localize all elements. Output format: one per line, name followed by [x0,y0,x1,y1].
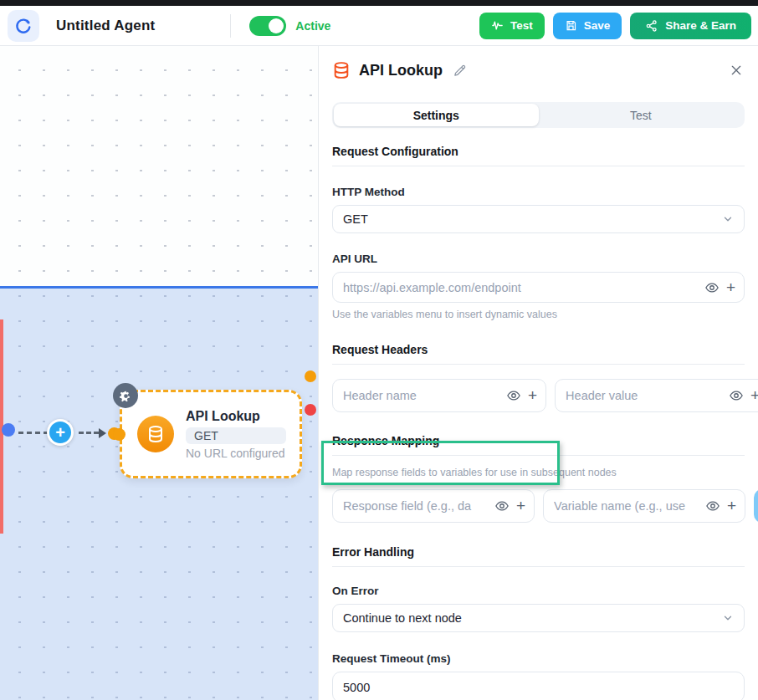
api-url-label: API URL [332,253,745,265]
request-timeout-input[interactable] [343,681,735,694]
save-button[interactable]: Save [553,13,622,39]
chevron-down-icon [722,213,734,225]
selection-overlay [0,286,318,700]
test-button-label: Test [510,19,533,32]
tab-test[interactable]: Test [539,104,744,126]
header-value-field: + [555,379,758,412]
node-settings-gear-button[interactable] [113,383,138,408]
api-lookup-node[interactable]: API Lookup GET No URL configured [120,390,302,478]
node-method-badge: GET [186,427,286,444]
api-url-field: + [332,272,745,303]
header-value-input[interactable] [566,389,722,402]
node-title: API Lookup [186,409,286,424]
connector-dashed-line [18,432,49,434]
node-left-port[interactable] [113,428,125,441]
share-icon [645,19,658,33]
node-output-port-error[interactable] [305,404,316,416]
node-status-text: No URL configured [186,447,286,460]
node-output-port-success[interactable] [305,370,316,382]
test-button[interactable]: Test [479,13,545,39]
save-button-label: Save [584,19,611,32]
request-timeout-field [332,672,745,700]
header-row: + + + [332,379,745,412]
save-icon [565,19,577,32]
header-name-field: + [332,379,546,412]
on-error-select[interactable]: Continue to next node [332,604,745,632]
response-mapping-helper: Map response fields to variables for use… [332,467,745,478]
mapping-row: + + + [332,489,745,523]
panel-tabs: Settings Test [332,102,745,128]
tab-settings[interactable]: Settings [334,104,539,126]
close-icon [730,64,743,77]
active-toggle[interactable] [249,16,286,36]
section-divider [332,455,745,456]
panel-header: API Lookup [332,58,745,83]
section-divider [332,364,745,365]
variable-name-input[interactable] [554,499,710,513]
on-error-label: On Error [332,585,745,597]
request-timeout-label: Request Timeout (ms) [332,652,745,665]
panel-title: API Lookup [359,62,443,79]
agent-builder-app: Untitled Agent Active Test Save [0,0,758,700]
section-heading-response-mapping: Response Mapping [332,434,745,447]
waveform-icon [491,19,504,32]
http-method-value: GET [343,212,368,226]
section-heading-error-handling: Error Handling [332,545,745,559]
section-divider [332,166,745,166]
agent-title: Untitled Agent [56,18,155,34]
toggle-knob [269,18,284,33]
active-toggle-label: Active [295,19,330,33]
pencil-icon [453,64,467,78]
http-method-select[interactable]: GET [332,205,745,233]
response-field-field: + [332,489,535,523]
eye-icon[interactable] [729,388,744,403]
add-node-button[interactable]: + [47,419,74,446]
workflow-canvas[interactable]: + API Lookup GET No URL configured [0,46,318,700]
http-method-label: HTTP Method [332,186,745,198]
logo-sparkle-icon [14,17,33,35]
app-logo[interactable] [8,10,39,42]
eye-icon[interactable] [506,388,521,403]
system-top-strip [0,0,758,6]
close-panel-button[interactable] [728,62,745,79]
node-database-badge [137,416,174,452]
node-settings-panel: API Lookup Settings Test Request Configu… [318,46,758,700]
add-mapping-button[interactable]: + [754,489,758,523]
database-icon [332,61,351,79]
eye-icon[interactable] [705,498,720,514]
eye-icon[interactable] [494,498,510,514]
on-error-value: Continue to next node [343,611,462,625]
api-url-helper: Use the variables menu to insert dynamic… [332,309,745,320]
header-name-input[interactable] [343,389,499,402]
variable-name-field: + [543,489,745,523]
share-earn-button[interactable]: Share & Earn [630,13,751,39]
section-heading-request-configuration: Request Configuration [332,145,745,158]
response-field-input[interactable] [343,499,499,513]
chevron-down-icon [722,612,734,624]
section-heading-request-headers: Request Headers [332,343,745,356]
connector-start-port[interactable] [2,423,15,437]
eye-icon[interactable] [704,280,720,295]
top-toolbar: Untitled Agent Active Test Save [0,6,758,46]
gear-icon [120,390,132,402]
header-divider [230,14,231,38]
section-divider [332,566,745,567]
connector-dashed-line [79,432,99,434]
rename-node-button[interactable] [451,62,469,79]
connector-arrowhead [99,428,106,438]
database-icon [146,424,166,444]
share-earn-button-label: Share & Earn [665,19,736,32]
api-url-input[interactable] [343,281,698,294]
